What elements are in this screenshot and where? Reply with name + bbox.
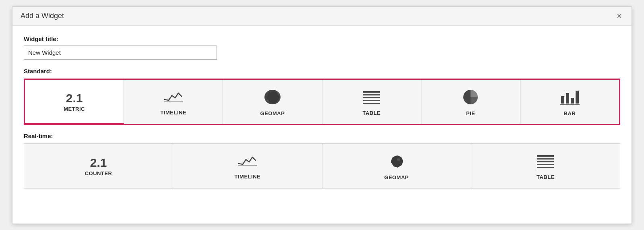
svg-rect-17 [576, 91, 579, 104]
svg-rect-10 [363, 97, 380, 98]
widget-title-input[interactable] [24, 46, 217, 60]
timeline-icon [163, 90, 184, 106]
svg-rect-8 [363, 91, 380, 93]
table-icon [362, 89, 381, 107]
svg-rect-16 [571, 98, 574, 104]
svg-rect-15 [566, 93, 569, 104]
timeline-rt-label: TIMELINE [235, 174, 261, 180]
widget-item-pie[interactable]: PIE [421, 80, 520, 124]
geomap-label: GEOMAP [260, 110, 285, 116]
metric-number: 2.1 [66, 92, 83, 104]
svg-rect-22 [537, 155, 554, 157]
widget-item-metric[interactable]: 2.1 METRIC [25, 80, 124, 124]
widget-item-table-rt[interactable]: TABLE [471, 144, 620, 188]
counter-label: COUNTER [85, 170, 112, 176]
table-rt-label: TABLE [537, 174, 555, 180]
realtime-widget-grid: 2.1 COUNTER TIMELINE [24, 143, 620, 189]
dialog-title: Add a Widget [21, 12, 64, 20]
close-button[interactable]: × [615, 12, 623, 21]
svg-rect-25 [537, 164, 554, 165]
widget-item-geomap-rt[interactable]: GEOMAP [322, 144, 471, 188]
widget-item-geomap[interactable]: GEOMAP [223, 80, 322, 124]
timeline-label: TIMELINE [160, 110, 186, 116]
svg-rect-14 [561, 96, 564, 104]
standard-widget-grid: 2.1 METRIC TIMELINE [24, 79, 620, 125]
add-widget-dialog: Add a Widget × Widget title: Standard: 2… [12, 6, 632, 224]
svg-marker-20 [391, 155, 403, 168]
dialog-header: Add a Widget × [12, 7, 632, 26]
svg-rect-12 [363, 103, 380, 104]
widget-item-bar[interactable]: BAR [520, 80, 619, 124]
pie-icon [462, 89, 479, 107]
bar-icon [559, 89, 580, 107]
svg-rect-9 [363, 94, 380, 95]
realtime-section-label: Real-time: [24, 133, 620, 139]
metric-label: METRIC [64, 106, 85, 112]
geomap-rt-label: GEOMAP [384, 174, 409, 180]
dialog-body: Widget title: Standard: 2.1 METRIC TIMEL… [12, 26, 632, 198]
widget-item-counter[interactable]: 2.1 COUNTER [24, 144, 173, 188]
timeline-rt-icon [237, 154, 258, 170]
table-label: TABLE [363, 110, 381, 116]
table-rt-icon [536, 153, 555, 171]
geomap-rt-icon [387, 153, 406, 171]
svg-rect-26 [537, 167, 554, 168]
geomap-icon [263, 89, 282, 107]
svg-point-21 [397, 158, 400, 161]
svg-rect-11 [363, 100, 380, 101]
widget-item-timeline[interactable]: TIMELINE [124, 80, 223, 124]
widget-item-timeline-rt[interactable]: TIMELINE [173, 144, 322, 188]
svg-rect-24 [537, 161, 554, 162]
counter-number: 2.1 [90, 157, 107, 169]
standard-section-label: Standard: [24, 68, 620, 75]
widget-title-label: Widget title: [24, 35, 620, 42]
svg-rect-23 [537, 158, 554, 160]
bar-label: BAR [564, 110, 576, 116]
widget-item-table[interactable]: TABLE [322, 80, 421, 124]
pie-label: PIE [466, 110, 475, 116]
